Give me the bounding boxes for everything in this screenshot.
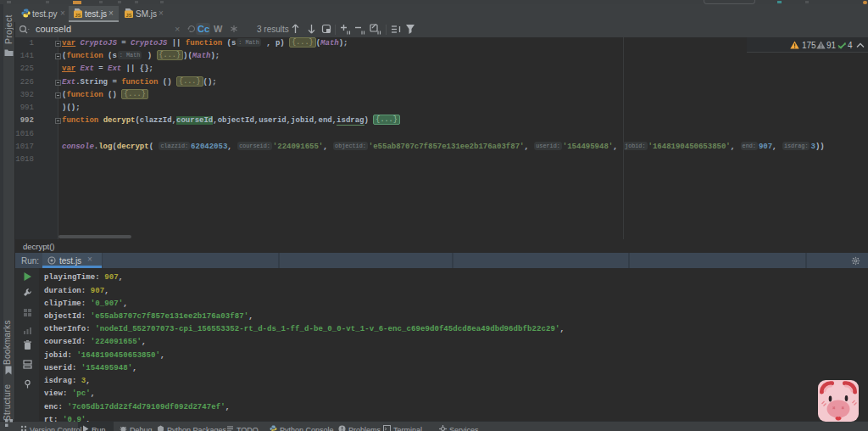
svg-text:JS: JS	[126, 13, 132, 18]
svg-text:JS: JS	[75, 13, 81, 18]
